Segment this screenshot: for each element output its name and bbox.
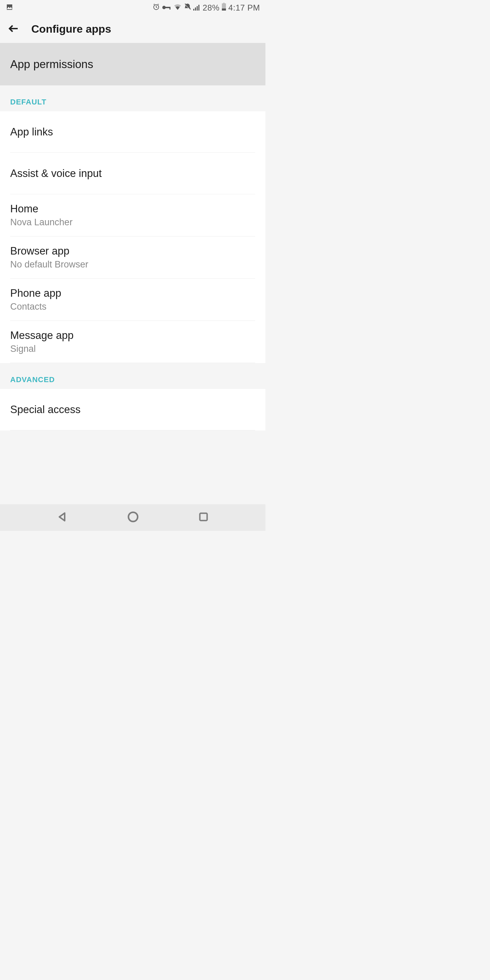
app-permissions-item[interactable]: App permissions xyxy=(0,43,266,86)
section-header-default-label: DEFAULT xyxy=(10,98,47,106)
item-title: Special access xyxy=(10,404,255,416)
navigation-bar xyxy=(0,504,266,531)
list-item-assist-voice[interactable]: Assist & voice input xyxy=(0,153,266,194)
advanced-list: Special access xyxy=(0,389,266,430)
item-subtitle: Contacts xyxy=(10,301,255,312)
svg-rect-6 xyxy=(193,9,194,11)
svg-rect-14 xyxy=(200,513,207,520)
battery-icon xyxy=(221,3,226,13)
nav-home-icon[interactable] xyxy=(127,511,139,524)
list-item-special-access[interactable]: Special access xyxy=(0,389,266,430)
svg-point-13 xyxy=(128,512,137,522)
back-arrow-icon[interactable] xyxy=(8,22,20,36)
signal-icon xyxy=(193,3,201,13)
alarm-icon xyxy=(153,3,160,13)
item-title: Browser app xyxy=(10,245,255,257)
list-item-home[interactable]: Home Nova Launcher xyxy=(0,194,266,237)
list-item-app-links[interactable]: App links xyxy=(0,111,266,153)
clock-time: 4:17 PM xyxy=(228,3,260,13)
list-item-phone[interactable]: Phone app Contacts xyxy=(0,279,266,321)
list-item-message[interactable]: Message app Signal xyxy=(0,321,266,363)
section-header-advanced: ADVANCED xyxy=(0,363,266,389)
svg-rect-10 xyxy=(223,3,224,3)
item-subtitle: No default Browser xyxy=(10,259,255,270)
svg-rect-7 xyxy=(195,8,196,11)
dnd-icon xyxy=(184,3,191,13)
wifi-icon xyxy=(173,3,182,13)
item-title: Message app xyxy=(10,329,255,342)
status-right: 28% 4:17 PM xyxy=(153,3,260,13)
section-header-advanced-label: ADVANCED xyxy=(10,375,55,384)
empty-space xyxy=(0,430,266,504)
item-title: Assist & voice input xyxy=(10,167,255,180)
app-bar: Configure apps xyxy=(0,15,266,43)
default-list: App links Assist & voice input Home Nova… xyxy=(0,111,266,363)
svg-rect-9 xyxy=(198,5,199,11)
nav-recent-icon[interactable] xyxy=(198,511,209,524)
item-title: Home xyxy=(10,203,255,215)
item-subtitle: Signal xyxy=(10,344,255,354)
vpn-key-icon xyxy=(162,3,172,13)
list-item-browser[interactable]: Browser app No default Browser xyxy=(0,237,266,279)
section-header-default: DEFAULT xyxy=(0,86,266,111)
gallery-icon xyxy=(5,3,14,13)
app-permissions-label: App permissions xyxy=(10,58,93,71)
item-title: App links xyxy=(10,126,255,138)
item-subtitle: Nova Launcher xyxy=(10,217,255,228)
svg-rect-12 xyxy=(222,8,226,11)
status-left xyxy=(5,3,14,13)
svg-rect-3 xyxy=(169,7,170,10)
status-bar: 28% 4:17 PM xyxy=(0,0,266,15)
svg-rect-8 xyxy=(197,6,198,11)
item-title: Phone app xyxy=(10,287,255,299)
page-title: Configure apps xyxy=(31,23,111,35)
nav-back-icon[interactable] xyxy=(56,511,68,524)
battery-percentage: 28% xyxy=(203,3,220,13)
